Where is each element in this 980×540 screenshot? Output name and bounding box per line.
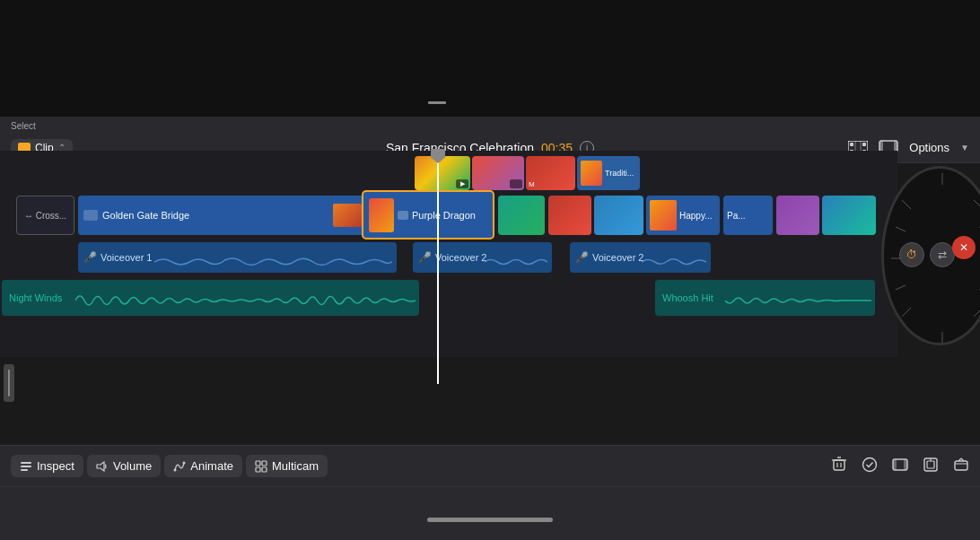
transition-label: ↔ Cross...: [24, 211, 66, 221]
purple-dragon-clip[interactable]: Purple Dragon: [362, 190, 494, 240]
svg-line-17: [974, 308, 980, 317]
purple-dragon-thumb: [369, 198, 394, 232]
upper-clip-4-thumb: [581, 161, 602, 186]
night-winds-label: Night Winds: [9, 292, 62, 303]
voiceover-1-waveform: [154, 254, 392, 270]
svg-line-16: [902, 308, 911, 317]
dial-widget: ⏱ ⇄ ✕: [877, 166, 980, 354]
svg-rect-39: [893, 459, 897, 470]
dial-close-button[interactable]: ✕: [952, 236, 976, 259]
multicam-icon: [255, 460, 267, 473]
upper-clip-2[interactable]: [472, 156, 524, 190]
svg-marker-25: [97, 462, 104, 471]
voiceover-1-clip[interactable]: 🎤 Voiceover 1: [78, 242, 397, 273]
toolbar-right-icons: [831, 456, 969, 476]
inspect-button[interactable]: Inspect: [11, 455, 83, 477]
speed-icon-button[interactable]: ⏱: [899, 242, 924, 267]
header-select-row: Select: [0, 117, 980, 135]
svg-rect-30: [256, 467, 260, 472]
whoosh-hit-label: Whoosh Hit: [662, 292, 713, 303]
happy-clip[interactable]: Happy...: [646, 196, 720, 235]
whoosh-hit-clip[interactable]: Whoosh Hit: [655, 280, 875, 316]
upper-clip-3[interactable]: М: [526, 156, 575, 190]
track-edge-icon: [4, 364, 14, 402]
expand-button[interactable]: [953, 457, 969, 476]
main-clip-3[interactable]: [548, 196, 591, 235]
voiceover-2-waveform: [485, 254, 547, 270]
voiceover-2-clip[interactable]: 🎤 Voiceover 2: [413, 242, 552, 273]
voiceover-2-label: Voiceover 2: [435, 252, 486, 263]
night-winds-waveform: [75, 288, 416, 313]
trim-button[interactable]: [892, 457, 908, 476]
done-button[interactable]: [862, 457, 878, 476]
video-icon-golden-gate: [83, 210, 98, 221]
upper-clips-row: ▶ М Traditi...: [415, 156, 640, 190]
camera-icon-1: ▶: [460, 180, 465, 187]
upper-clip-4[interactable]: Traditi...: [577, 156, 640, 190]
end-clip-2[interactable]: [822, 196, 876, 235]
svg-rect-31: [262, 467, 267, 472]
viewer-area: [0, 0, 980, 117]
svg-rect-29: [262, 461, 267, 466]
mic-icon-3: 🎤: [575, 251, 589, 264]
scroll-indicator: [427, 518, 553, 522]
voiceover-3-waveform: [642, 254, 706, 270]
purple-dragon-video-icon: [398, 211, 408, 220]
svg-line-14: [902, 200, 911, 209]
purple-dragon-label: Purple Dragon: [412, 210, 476, 221]
svg-rect-22: [21, 462, 31, 464]
night-winds-clip[interactable]: Night Winds: [2, 280, 419, 316]
volume-icon: [96, 460, 109, 473]
end-clip-1[interactable]: [776, 196, 819, 235]
multicam-label: Multicam: [272, 459, 319, 473]
svg-rect-23: [21, 466, 31, 467]
upper-clip-4-label: Traditi...: [605, 169, 634, 178]
mic-icon-1: 🎤: [83, 251, 97, 264]
volume-button[interactable]: Volume: [87, 455, 161, 477]
connect-button[interactable]: [923, 457, 939, 476]
svg-rect-40: [904, 459, 907, 470]
bottom-bar: [0, 486, 980, 540]
happy-clip-thumb: [650, 200, 677, 231]
main-clip-2-thumb: [498, 196, 545, 235]
svg-rect-44: [955, 461, 967, 470]
main-clip-4-thumb: [594, 196, 643, 235]
swap-icon-button[interactable]: ⇄: [930, 242, 955, 267]
volume-label: Volume: [113, 459, 152, 473]
main-clip-2[interactable]: [498, 196, 545, 235]
main-clip-4[interactable]: [594, 196, 643, 235]
dial-buttons: ⏱ ⇄: [899, 242, 955, 267]
golden-gate-label: Golden Gate Bridge: [102, 210, 189, 221]
voiceover-3-label: Voiceover 2: [592, 252, 643, 263]
pa-clip-label: Pa...: [727, 211, 746, 221]
svg-rect-3: [862, 143, 866, 146]
animate-label: Animate: [190, 459, 233, 473]
playhead[interactable]: [437, 151, 439, 384]
main-clip-3-thumb: [548, 196, 591, 235]
end-clip-1-thumb: [776, 196, 819, 235]
timeline-container: ▶ М Traditi... ↔ Cross... Golden Gate Br…: [0, 151, 897, 357]
transition-clip[interactable]: ↔ Cross...: [16, 196, 74, 235]
pa-clip[interactable]: Pa...: [723, 196, 773, 235]
mic-icon-2: 🎤: [418, 251, 432, 264]
whoosh-waveform: [725, 288, 871, 313]
svg-point-26: [174, 468, 177, 471]
playhead-top-indicator: [428, 101, 446, 104]
voiceover-3-clip[interactable]: 🎤 Voiceover 2: [570, 242, 711, 273]
options-button[interactable]: Options: [909, 141, 949, 154]
multicam-button[interactable]: Multicam: [246, 455, 328, 477]
clip3-label: М: [529, 180, 535, 188]
svg-point-27: [183, 461, 186, 464]
animate-button[interactable]: Animate: [164, 455, 242, 477]
svg-rect-42: [927, 461, 934, 468]
svg-line-15: [974, 200, 980, 209]
bottom-toolbar: Inspect Volume Animate Multicam: [0, 445, 980, 486]
camera-badge-2: [510, 179, 522, 188]
inspect-label: Inspect: [37, 459, 74, 473]
svg-rect-32: [834, 460, 844, 470]
delete-button[interactable]: [831, 456, 847, 476]
upper-clip-1[interactable]: ▶: [415, 156, 470, 190]
golden-gate-clip[interactable]: Golden Gate Bridge: [78, 196, 365, 235]
svg-rect-7: [879, 141, 883, 152]
svg-point-37: [863, 457, 877, 471]
